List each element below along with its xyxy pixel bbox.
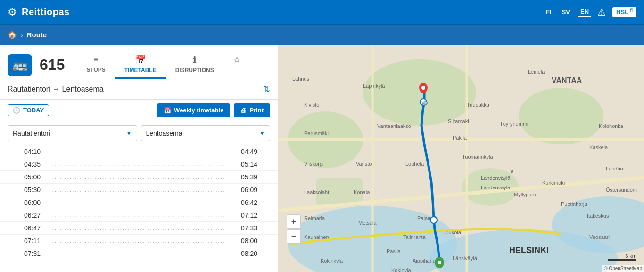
- logo-icon: ⚙: [8, 6, 17, 18]
- timetable-body: 04:10 ..................................…: [0, 145, 278, 272]
- tabs: ≡ STOPS 📅 TIMETABLE ℹ DISRUPTIONS ☆: [77, 51, 249, 79]
- route-dots: ........................................…: [41, 225, 237, 231]
- table-row: 06:27 ..................................…: [0, 209, 278, 222]
- svg-text:Östersundom: Östersundom: [606, 187, 637, 193]
- svg-text:Perusmäki: Perusmäki: [304, 130, 329, 136]
- table-row: 05:30 ..................................…: [0, 184, 278, 196]
- departure-time: 06:47: [8, 224, 41, 232]
- svg-text:Reimarla: Reimarla: [304, 215, 325, 221]
- map-controls: + −: [287, 214, 301, 244]
- svg-point-61: [430, 217, 437, 223]
- svg-text:Talinranta: Talinranta: [403, 234, 426, 240]
- svg-text:Kolohonka: Kolohonka: [599, 123, 624, 129]
- stop-selectors: Rautatientori ▼ Lentoasema ▼: [0, 121, 278, 145]
- svg-text:Tuomarinkylä: Tuomarinkylä: [462, 154, 493, 160]
- map-svg: VANTAA HELSINKI Lahnus Lapinkylä Leinelä…: [278, 45, 644, 272]
- route-number: 615: [40, 56, 65, 74]
- hsl-logo: HSL fi: [612, 7, 636, 17]
- weekly-timetable-button[interactable]: 📅 Weekly timetable: [157, 103, 230, 117]
- svg-text:Siltamäki: Siltamäki: [448, 119, 469, 124]
- map-scale-label: 3 km: [625, 253, 636, 259]
- svg-text:Pasila: Pasila: [387, 248, 401, 254]
- svg-text:Metsälä: Metsälä: [358, 220, 377, 226]
- svg-text:Aippiharju: Aippiharju: [413, 258, 436, 264]
- svg-text:Lapinkylä: Lapinkylä: [363, 83, 385, 89]
- app-header: ⚙ Reittiopas FI SV EN ⚠ HSL fi: [0, 0, 644, 25]
- tab-timetable[interactable]: 📅 TIMETABLE: [115, 51, 166, 79]
- svg-text:Kurkimäki: Kurkimäki: [542, 180, 565, 186]
- svg-text:Leinelä: Leinelä: [528, 69, 545, 75]
- svg-point-63: [438, 261, 441, 264]
- lang-sv-button[interactable]: SV: [560, 8, 572, 17]
- direction-bar: Rautatientori → Lentoasema ⇅: [0, 79, 278, 100]
- arrival-time: 04:49: [237, 148, 270, 155]
- departure-time: 05:00: [8, 173, 41, 181]
- swap-direction-button[interactable]: ⇅: [263, 84, 270, 94]
- zoom-out-button[interactable]: −: [287, 230, 301, 244]
- svg-text:HELSINKI: HELSINKI: [509, 246, 549, 255]
- tab-stops[interactable]: ≡ STOPS: [77, 51, 115, 79]
- home-icon[interactable]: 🏠: [8, 30, 17, 39]
- breadcrumb-route-label: Route: [27, 31, 47, 39]
- direction-text: Rautatientori → Lentoasema: [8, 85, 104, 94]
- svg-text:Lahdenväylä: Lahdenväylä: [481, 175, 511, 181]
- svg-text:Louhela: Louhela: [405, 161, 424, 167]
- svg-text:Kokinkylä: Kokinkylä: [321, 258, 343, 264]
- print-icon: 🖨: [240, 107, 247, 114]
- svg-text:Puotinharju: Puotinharju: [561, 201, 587, 207]
- departure-time: 07:31: [8, 250, 41, 257]
- route-dots: ........................................…: [41, 250, 237, 257]
- table-row: 04:35 ..................................…: [0, 158, 278, 171]
- svg-text:Vantaanlaakso: Vantaanlaakso: [377, 123, 411, 129]
- from-stop-arrow: ▼: [126, 130, 132, 136]
- svg-text:VANTAA: VANTAA: [552, 76, 582, 85]
- warning-icon[interactable]: ⚠: [597, 7, 606, 18]
- weekly-timetable-label: Weekly timetable: [174, 107, 223, 114]
- tab-favorite[interactable]: ☆: [223, 51, 250, 79]
- from-stop-label: Rautatientori: [13, 129, 50, 137]
- svg-text:Landbo: Landbo: [606, 166, 623, 171]
- arrival-time: 07:12: [237, 212, 270, 219]
- svg-text:Myllypuro: Myllypuro: [514, 192, 536, 197]
- bus-icon: 🚌: [8, 54, 32, 76]
- tab-disruptions[interactable]: ℹ DISRUPTIONS: [166, 51, 223, 79]
- left-panel: 🚌 615 ≡ STOPS 📅 TIMETABLE ℹ DISRUPTIONS …: [0, 45, 278, 272]
- departure-time: 05:30: [8, 186, 41, 194]
- route-dots: ........................................…: [41, 148, 237, 155]
- to-stop-label: Lentoasema: [146, 129, 182, 137]
- svg-text:Tuupakka: Tuupakka: [467, 102, 490, 108]
- print-button[interactable]: 🖨 Print: [234, 103, 270, 117]
- arrival-time: 05:14: [237, 161, 270, 168]
- table-row: 04:10 ..................................…: [0, 145, 278, 158]
- svg-text:Kaskela: Kaskela: [589, 144, 608, 150]
- svg-text:Varisto: Varisto: [356, 161, 372, 167]
- today-badge[interactable]: 🕐 TODAY: [8, 104, 49, 116]
- svg-text:Kokinyla: Kokinyla: [391, 267, 411, 272]
- route-dots: ........................................…: [41, 212, 237, 219]
- stops-icon: ≡: [93, 55, 99, 65]
- tab-disruptions-label: DISRUPTIONS: [175, 67, 214, 74]
- lang-fi-button[interactable]: FI: [544, 8, 553, 17]
- map-attribution: © OpenStreetMap: [602, 265, 644, 272]
- departure-time: 04:10: [8, 148, 41, 155]
- map-panel: VANTAA HELSINKI Lahnus Lapinkylä Leinelä…: [278, 45, 644, 272]
- to-stop-select[interactable]: Lentoasema ▼: [141, 125, 271, 141]
- arrival-time: 08:00: [237, 237, 270, 245]
- table-row: 06:47 ..................................…: [0, 222, 278, 235]
- arrival-time: 07:33: [237, 224, 270, 232]
- route-header: 🚌 615 ≡ STOPS 📅 TIMETABLE ℹ DISRUPTIONS …: [0, 45, 278, 79]
- to-stop-arrow: ▼: [259, 130, 265, 136]
- timetable-icon: 📅: [135, 55, 146, 65]
- zoom-in-button[interactable]: +: [287, 214, 301, 229]
- from-stop-select[interactable]: Rautatientori ▼: [8, 125, 137, 141]
- svg-text:Töyrynummi: Töyrynummi: [500, 121, 528, 127]
- svg-text:Konaia: Konaia: [354, 189, 370, 195]
- table-row: 07:11 ..................................…: [0, 235, 278, 247]
- svg-point-58: [421, 86, 425, 90]
- lang-en-button[interactable]: EN: [578, 7, 591, 17]
- main-content: 🚌 615 ≡ STOPS 📅 TIMETABLE ℹ DISRUPTIONS …: [0, 45, 644, 272]
- route-dots: ........................................…: [41, 238, 237, 244]
- svg-text:Vuosaari: Vuosaari: [589, 234, 610, 240]
- table-row: 07:31 ..................................…: [0, 247, 278, 260]
- svg-text:Lahnus: Lahnus: [292, 76, 310, 82]
